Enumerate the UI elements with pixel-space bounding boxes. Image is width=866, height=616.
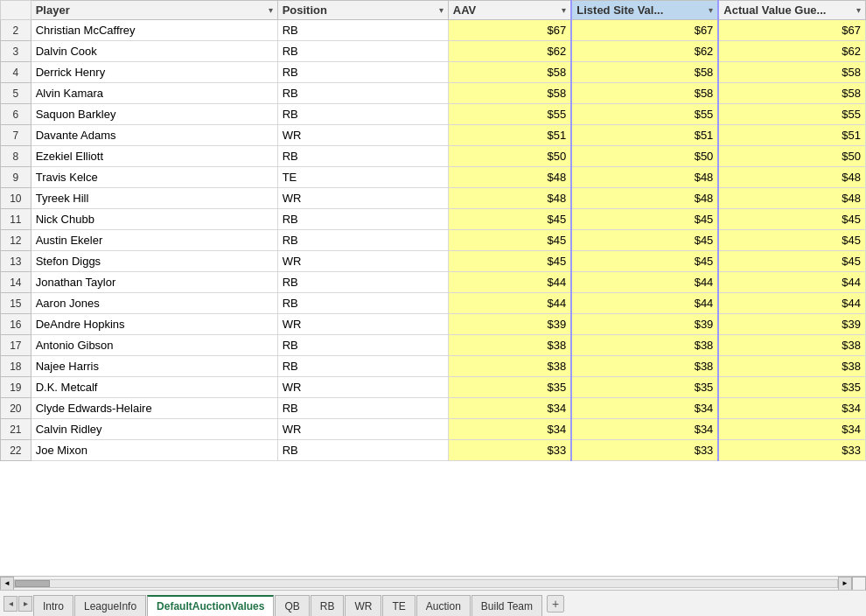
table-row[interactable]: 7Davante AdamsWR$51$51$51: [1, 125, 866, 146]
table-row[interactable]: 22Joe MixonRB$33$33$33: [1, 440, 866, 461]
player-actual-value[interactable]: $44: [718, 293, 865, 314]
player-name[interactable]: Dalvin Cook: [31, 41, 277, 62]
player-aav[interactable]: $34: [448, 419, 571, 440]
player-listed-value[interactable]: $38: [571, 356, 718, 377]
column-a-filter-icon[interactable]: ▾: [269, 5, 273, 15]
player-actual-value[interactable]: $45: [718, 251, 865, 272]
player-actual-value[interactable]: $45: [718, 230, 865, 251]
player-actual-value[interactable]: $58: [718, 62, 865, 83]
table-row[interactable]: 18Najee HarrisRB$38$38$38: [1, 356, 866, 377]
player-name[interactable]: Nick Chubb: [31, 209, 277, 230]
tab-scroll-left[interactable]: ◂: [3, 596, 17, 612]
player-aav[interactable]: $51: [448, 125, 571, 146]
player-position[interactable]: WR: [277, 188, 448, 209]
player-actual-value[interactable]: $62: [718, 41, 865, 62]
player-listed-value[interactable]: $48: [571, 167, 718, 188]
player-actual-value[interactable]: $34: [718, 398, 865, 419]
player-position[interactable]: RB: [277, 293, 448, 314]
player-name[interactable]: D.K. Metcalf: [31, 377, 277, 398]
player-actual-value[interactable]: $45: [718, 209, 865, 230]
player-name[interactable]: Clyde Edwards-Helaire: [31, 398, 277, 419]
add-tab-button[interactable]: +: [547, 595, 564, 612]
player-aav[interactable]: $48: [448, 167, 571, 188]
player-listed-value[interactable]: $45: [571, 209, 718, 230]
player-position[interactable]: RB: [277, 146, 448, 167]
player-actual-value[interactable]: $50: [718, 146, 865, 167]
tab-defaultauctionvalues[interactable]: DefaultAuctionValues: [147, 595, 274, 616]
column-d-header[interactable]: Listed Site Val... ▾: [571, 1, 718, 20]
player-position[interactable]: TE: [277, 167, 448, 188]
player-actual-value[interactable]: $58: [718, 83, 865, 104]
table-row[interactable]: 8Ezekiel ElliottRB$50$50$50: [1, 146, 866, 167]
player-position[interactable]: RB: [277, 335, 448, 356]
player-aav[interactable]: $48: [448, 188, 571, 209]
player-actual-value[interactable]: $38: [718, 335, 865, 356]
tab-wr[interactable]: WR: [345, 595, 381, 616]
scroll-right-arrow[interactable]: ►: [838, 577, 852, 591]
player-listed-value[interactable]: $50: [571, 146, 718, 167]
player-actual-value[interactable]: $51: [718, 125, 865, 146]
player-listed-value[interactable]: $38: [571, 335, 718, 356]
table-row[interactable]: 13Stefon DiggsWR$45$45$45: [1, 251, 866, 272]
tab-te[interactable]: TE: [382, 595, 415, 616]
player-name[interactable]: DeAndre Hopkins: [31, 314, 277, 335]
player-aav[interactable]: $38: [448, 356, 571, 377]
player-aav[interactable]: $67: [448, 20, 571, 41]
player-name[interactable]: Joe Mixon: [31, 440, 277, 461]
player-aav[interactable]: $45: [448, 230, 571, 251]
scroll-thumb[interactable]: [15, 580, 50, 587]
table-row[interactable]: 14Jonathan TaylorRB$44$44$44: [1, 272, 866, 293]
player-name[interactable]: Calvin Ridley: [31, 419, 277, 440]
column-b-header[interactable]: Position ▾: [277, 1, 448, 20]
player-listed-value[interactable]: $34: [571, 398, 718, 419]
tab-rb[interactable]: RB: [311, 595, 345, 616]
table-row[interactable]: 12Austin EkelerRB$45$45$45: [1, 230, 866, 251]
player-name[interactable]: Aaron Jones: [31, 293, 277, 314]
player-position[interactable]: WR: [277, 377, 448, 398]
player-actual-value[interactable]: $44: [718, 272, 865, 293]
player-position[interactable]: RB: [277, 398, 448, 419]
player-position[interactable]: WR: [277, 314, 448, 335]
player-name[interactable]: Antonio Gibson: [31, 335, 277, 356]
player-actual-value[interactable]: $48: [718, 167, 865, 188]
player-listed-value[interactable]: $67: [571, 20, 718, 41]
player-name[interactable]: Saquon Barkley: [31, 104, 277, 125]
player-aav[interactable]: $38: [448, 335, 571, 356]
player-listed-value[interactable]: $34: [571, 419, 718, 440]
table-row[interactable]: 9Travis KelceTE$48$48$48: [1, 167, 866, 188]
player-actual-value[interactable]: $34: [718, 419, 865, 440]
player-name[interactable]: Austin Ekeler: [31, 230, 277, 251]
tab-leagueinfo[interactable]: LeagueInfo: [74, 595, 146, 616]
scroll-track[interactable]: [14, 579, 838, 588]
player-listed-value[interactable]: $44: [571, 272, 718, 293]
scroll-left-arrow[interactable]: ◄: [0, 577, 14, 591]
player-name[interactable]: Jonathan Taylor: [31, 272, 277, 293]
table-row[interactable]: 11Nick ChubbRB$45$45$45: [1, 209, 866, 230]
player-position[interactable]: RB: [277, 230, 448, 251]
player-position[interactable]: RB: [277, 20, 448, 41]
horizontal-scrollbar[interactable]: ◄ ►: [0, 576, 866, 590]
tab-intro[interactable]: Intro: [33, 595, 73, 616]
column-e-filter-icon[interactable]: ▾: [856, 5, 861, 15]
player-position[interactable]: WR: [277, 125, 448, 146]
player-name[interactable]: Ezekiel Elliott: [31, 146, 277, 167]
player-aav[interactable]: $45: [448, 251, 571, 272]
player-aav[interactable]: $35: [448, 377, 571, 398]
player-aav[interactable]: $44: [448, 272, 571, 293]
player-listed-value[interactable]: $51: [571, 125, 718, 146]
table-row[interactable]: 16DeAndre HopkinsWR$39$39$39: [1, 314, 866, 335]
player-aav[interactable]: $55: [448, 104, 571, 125]
player-position[interactable]: WR: [277, 251, 448, 272]
player-actual-value[interactable]: $48: [718, 188, 865, 209]
player-name[interactable]: Tyreek Hill: [31, 188, 277, 209]
player-name[interactable]: Davante Adams: [31, 125, 277, 146]
table-row[interactable]: 19D.K. MetcalfWR$35$35$35: [1, 377, 866, 398]
player-name[interactable]: Christian McCaffrey: [31, 20, 277, 41]
player-aav[interactable]: $39: [448, 314, 571, 335]
table-row[interactable]: 5Alvin KamaraRB$58$58$58: [1, 83, 866, 104]
player-position[interactable]: WR: [277, 419, 448, 440]
player-listed-value[interactable]: $35: [571, 377, 718, 398]
player-listed-value[interactable]: $48: [571, 188, 718, 209]
player-name[interactable]: Alvin Kamara: [31, 83, 277, 104]
player-listed-value[interactable]: $58: [571, 62, 718, 83]
